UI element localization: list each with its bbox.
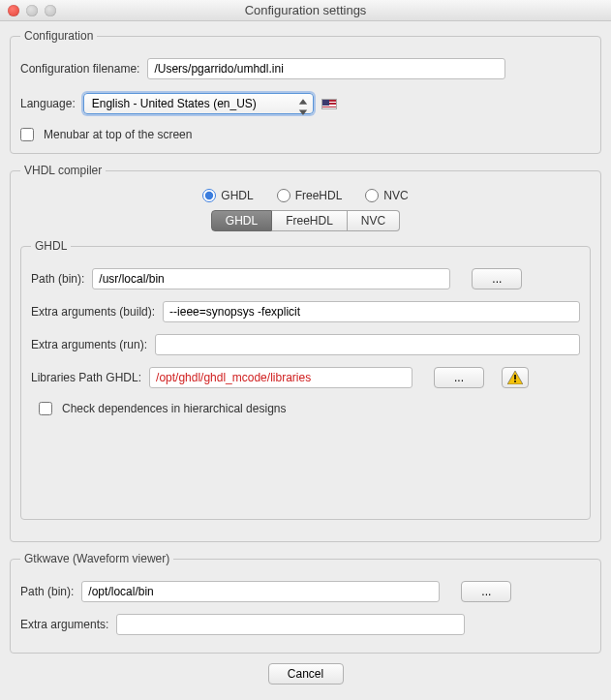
ghdl-path-label: Path (bin):	[31, 272, 84, 286]
check-deps-label: Check dependences in hierarchical design…	[62, 402, 286, 415]
ghdl-lib-browse-button[interactable]: ...	[434, 367, 484, 388]
flag-us-icon	[321, 99, 337, 109]
ghdl-extra-build-input[interactable]	[163, 301, 580, 322]
ghdl-lib-label: Libraries Path GHDL:	[31, 371, 141, 384]
radio-freehdl-label: FreeHDL	[295, 189, 343, 202]
radio-ghdl-input[interactable]	[202, 189, 216, 202]
gtkwave-legend: Gtkwave (Waveform viewer)	[20, 552, 173, 565]
ghdl-lib-warning-button[interactable]	[502, 367, 529, 388]
gtkwave-group: Gtkwave (Waveform viewer) Path (bin): ..…	[10, 552, 601, 654]
gtkwave-extra-input[interactable]	[116, 614, 465, 635]
svg-rect-1	[514, 380, 516, 382]
configuration-legend: Configuration	[20, 29, 97, 43]
tab-freehdl[interactable]: FreeHDL	[272, 210, 348, 231]
ghdl-extra-build-label: Extra arguments (build):	[31, 305, 155, 319]
config-filename-label: Configuration filename:	[20, 62, 139, 76]
ghdl-extra-run-label: Extra arguments (run):	[31, 338, 147, 351]
language-label: Language:	[20, 97, 76, 110]
language-select[interactable]: English - United States (en_US)	[83, 93, 314, 114]
radio-nvc-label: NVC	[383, 189, 408, 202]
compiler-tabbar: GHDL FreeHDL NVC	[20, 210, 591, 231]
ghdl-legend: GHDL	[31, 239, 71, 253]
gtkwave-path-label: Path (bin):	[20, 585, 74, 598]
gtkwave-extra-label: Extra arguments:	[20, 618, 108, 631]
svg-rect-0	[514, 375, 516, 380]
config-filename-input[interactable]	[147, 58, 505, 79]
radio-ghdl[interactable]: GHDL	[202, 189, 253, 202]
ghdl-path-input[interactable]	[92, 268, 450, 289]
menubar-label: Menubar at top of the screen	[44, 128, 192, 141]
ghdl-path-browse-button[interactable]: ...	[472, 268, 522, 289]
vhdl-compiler-group: VHDL compiler GHDL FreeHDL NVC GHDL Free…	[10, 164, 601, 542]
radio-nvc-input[interactable]	[365, 189, 379, 202]
radio-freehdl-input[interactable]	[277, 189, 290, 202]
warning-icon	[507, 371, 523, 384]
radio-ghdl-label: GHDL	[221, 189, 253, 202]
window-title: Configuration settings	[0, 3, 611, 17]
tab-ghdl[interactable]: GHDL	[211, 210, 272, 231]
ghdl-group: GHDL Path (bin): ... Extra arguments (bu…	[20, 239, 591, 520]
cancel-button[interactable]: Cancel	[268, 663, 344, 685]
menubar-checkbox[interactable]	[20, 128, 34, 141]
ghdl-extra-run-input[interactable]	[155, 334, 580, 355]
language-select-wrap: English - United States (en_US)	[83, 93, 314, 114]
tab-nvc[interactable]: NVC	[348, 210, 400, 231]
check-deps-checkbox[interactable]	[39, 402, 52, 415]
radio-nvc[interactable]: NVC	[365, 189, 408, 202]
ghdl-lib-input[interactable]	[149, 367, 412, 388]
vhdl-legend: VHDL compiler	[20, 164, 106, 177]
configuration-group: Configuration Configuration filename: La…	[10, 29, 601, 154]
gtkwave-path-browse-button[interactable]: ...	[461, 581, 511, 602]
radio-freehdl[interactable]: FreeHDL	[277, 189, 343, 202]
gtkwave-path-input[interactable]	[81, 581, 440, 602]
titlebar: Configuration settings	[0, 0, 611, 21]
